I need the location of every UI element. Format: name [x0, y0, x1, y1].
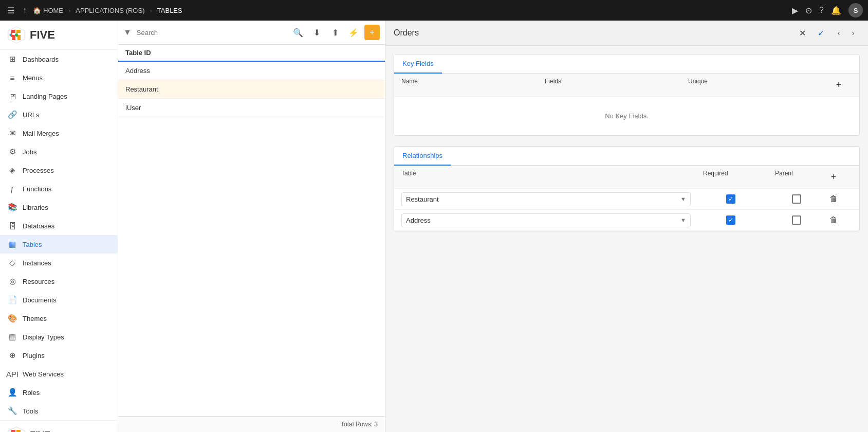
detail-title: Orders	[394, 28, 795, 38]
sidebar-item-libraries[interactable]: 📚 Libraries	[0, 198, 118, 217]
avatar[interactable]: S	[848, 3, 863, 17]
required-checked-1[interactable]: ✓	[726, 194, 735, 204]
sidebar-label-libraries: Libraries	[23, 204, 48, 211]
sidebar-item-jobs[interactable]: ⚙ Jobs	[0, 142, 118, 161]
sidebar-item-functions[interactable]: ƒ Functions	[0, 179, 118, 198]
sidebar-label-functions: Functions	[23, 185, 51, 193]
sidebar-item-menus[interactable]: ≡ Menus	[0, 68, 118, 87]
sidebar-item-themes[interactable]: 🎨 Themes	[0, 309, 118, 328]
play-icon[interactable]: ▶	[792, 6, 798, 15]
home-label: HOME	[43, 7, 63, 14]
sidebar-label-mail-merges: Mail Merges	[23, 130, 59, 137]
required-checked-2[interactable]: ✓	[726, 215, 735, 225]
sidebar-item-urls[interactable]: 🔗 URLs	[0, 105, 118, 124]
main-layout: FIVE ⊞ Dashboards ≡ Menus 🖥 Landing Page…	[0, 21, 868, 432]
sidebar-label-web-services: Web Services	[23, 370, 64, 378]
home-breadcrumb[interactable]: 🏠 HOME	[33, 7, 63, 14]
menu-icon[interactable]: ☰	[5, 4, 16, 17]
required-checkbox-1[interactable]: ✓	[695, 194, 767, 204]
add-relationship-button[interactable]: +	[826, 170, 841, 184]
sidebar-item-tools[interactable]: 🔧 Tools	[0, 402, 118, 420]
table-row-restaurant[interactable]: Restaurant	[118, 80, 385, 99]
notification-icon[interactable]: 🔔	[831, 6, 841, 15]
section-tabs-key-fields: Key Fields	[394, 55, 859, 74]
sidebar-item-documents[interactable]: 📄 Documents	[0, 291, 118, 309]
sidebar-item-landing-pages[interactable]: 🖥 Landing Pages	[0, 87, 118, 105]
sidebar-item-databases[interactable]: 🗄 Databases	[0, 217, 118, 235]
landing-pages-icon: 🖥	[7, 91, 17, 101]
tables-icon: ▦	[7, 239, 17, 249]
help-icon[interactable]: ?	[819, 6, 824, 15]
add-button[interactable]: +	[364, 25, 380, 40]
sidebar-item-roles[interactable]: 👤 Roles	[0, 383, 118, 402]
restaurant-dropdown[interactable]: Restaurant ▼	[401, 192, 691, 206]
urls-icon: 🔗	[7, 110, 17, 120]
filter-icon[interactable]: ▼	[123, 28, 132, 37]
sidebar-item-resources[interactable]: ◎ Resources	[0, 272, 118, 291]
parent-unchecked-2[interactable]	[792, 215, 801, 225]
instances-icon: ◇	[7, 258, 17, 268]
sidebar-item-dashboards[interactable]: ⊞ Dashboards	[0, 50, 118, 68]
table-list-header: Table ID	[118, 45, 385, 62]
sidebar: FIVE ⊞ Dashboards ≡ Menus 🖥 Landing Page…	[0, 21, 118, 432]
tab-key-fields[interactable]: Key Fields	[394, 55, 442, 74]
table-row-iuser[interactable]: iUser	[118, 99, 385, 117]
up-icon[interactable]: ↑	[21, 4, 29, 17]
svg-point-1	[15, 33, 18, 37]
tools-icon: 🔧	[7, 406, 17, 416]
sidebar-label-documents: Documents	[23, 296, 57, 304]
close-button[interactable]: ✕	[795, 26, 809, 40]
settings-icon[interactable]: ⊙	[805, 6, 812, 15]
section-tabs-relationships: Relationships	[394, 147, 859, 166]
download-button[interactable]: ⬇	[309, 25, 324, 40]
processes-icon: ◈	[7, 165, 17, 175]
sidebar-items-list: ⊞ Dashboards ≡ Menus 🖥 Landing Pages 🔗 U…	[0, 50, 118, 420]
five-logo-icon	[7, 26, 26, 44]
search-button[interactable]: 🔍	[290, 25, 306, 40]
table-row-address[interactable]: Address	[118, 62, 385, 80]
kf-col-unique: Unique	[688, 78, 832, 92]
key-fields-table-header: Name Fields Unique +	[394, 74, 859, 97]
parent-checkbox-2[interactable]	[771, 215, 822, 225]
relationship-row-address: Address ▼ ✓ 🗑	[394, 210, 859, 231]
detail-header-actions: ✕ ✓ ‹ ›	[795, 26, 860, 40]
dashboards-icon: ⊞	[7, 54, 17, 64]
nav-arrows: ‹ ›	[832, 26, 860, 40]
confirm-button[interactable]: ✓	[814, 26, 828, 40]
sidebar-item-display-types[interactable]: ▤ Display Types	[0, 328, 118, 346]
address-dropdown[interactable]: Address ▼	[401, 213, 691, 227]
sidebar-label-instances: Instances	[23, 259, 51, 267]
applications-breadcrumb[interactable]: APPLICATIONS (ROS)	[76, 7, 144, 14]
lightning-button[interactable]: ⚡	[346, 25, 361, 40]
tables-breadcrumb[interactable]: TABLES	[157, 7, 182, 14]
sidebar-item-processes[interactable]: ◈ Processes	[0, 161, 118, 179]
next-button[interactable]: ›	[846, 26, 860, 40]
upload-button[interactable]: ⬆	[327, 25, 343, 40]
sidebar-label-tables: Tables	[23, 241, 42, 248]
key-fields-empty-msg: No Key Fields.	[394, 97, 859, 135]
required-checkbox-2[interactable]: ✓	[695, 215, 767, 225]
search-input[interactable]	[135, 28, 287, 38]
sidebar-item-plugins[interactable]: ⊕ Plugins	[0, 346, 118, 365]
sidebar-label-themes: Themes	[23, 315, 47, 322]
topbar-right: ▶ ⊙ ? 🔔 S	[792, 3, 863, 17]
delete-relationship-1[interactable]: 🗑	[826, 192, 841, 206]
sidebar-label-databases: Databases	[23, 222, 54, 230]
sidebar-bottom: FIVE	[0, 420, 118, 432]
tab-relationships[interactable]: Relationships	[394, 147, 451, 166]
prev-button[interactable]: ‹	[832, 26, 845, 40]
sidebar-item-tables[interactable]: ▦ Tables	[0, 235, 118, 254]
add-key-field-button[interactable]: +	[832, 78, 846, 92]
sidebar-item-mail-merges[interactable]: ✉ Mail Merges	[0, 124, 118, 142]
delete-relationship-2[interactable]: 🗑	[826, 213, 841, 227]
table-footer: Total Rows: 3	[118, 416, 385, 432]
parent-checkbox-1[interactable]	[771, 194, 822, 204]
sidebar-item-web-services[interactable]: API Web Services	[0, 365, 118, 383]
sidebar-label-menus: Menus	[23, 74, 43, 82]
parent-unchecked-1[interactable]	[792, 194, 801, 204]
functions-icon: ƒ	[7, 184, 17, 194]
topbar: ☰ ↑ 🏠 HOME › APPLICATIONS (ROS) › TABLES…	[0, 0, 868, 21]
sidebar-item-instances[interactable]: ◇ Instances	[0, 254, 118, 272]
kf-col-name: Name	[401, 78, 545, 92]
themes-icon: 🎨	[7, 313, 17, 323]
